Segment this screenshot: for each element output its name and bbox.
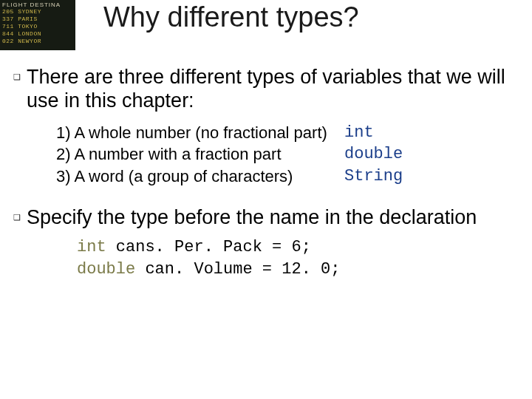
- sub-row: 2) A number with a fraction part double: [56, 143, 519, 166]
- decor-row: 337 PARIS: [0, 16, 75, 23]
- sub-row: 3) A word (a group of characters) String: [56, 166, 519, 188]
- code-rest: can. Volume = 12. 0;: [135, 260, 340, 279]
- decor-row: 844 LONDON: [0, 30, 75, 38]
- slide-content: ❑ There are three different types of var…: [13, 65, 519, 288]
- sub-desc: 1) A whole number (no fractional part): [56, 122, 344, 144]
- slide-title: Why different types?: [103, 1, 359, 33]
- decor-heading: FLIGHT DESTINA: [0, 0, 75, 8]
- bullet-text-2: Specify the type before the name in the …: [27, 205, 477, 229]
- sub-row: 1) A whole number (no fractional part) i…: [56, 122, 519, 144]
- code-line: int cans. Per. Pack = 6;: [77, 236, 519, 259]
- bullet-icon: ❑: [13, 213, 21, 222]
- code-block: int cans. Per. Pack = 6; double can. Vol…: [77, 236, 519, 280]
- decor-row: 022 NEWYOR: [0, 38, 75, 45]
- bullet-block-2: ❑ Specify the type before the name in th…: [13, 205, 519, 281]
- bullet-text-1: There are three different types of varia…: [27, 65, 519, 113]
- sub-desc: 2) A number with a fraction part: [56, 143, 344, 166]
- bullet-line: ❑ Specify the type before the name in th…: [13, 205, 519, 229]
- code-keyword: int: [77, 238, 106, 256]
- slide: FLIGHT DESTINA 205 SYDNEY 337 PARIS 711 …: [0, 0, 532, 399]
- code-keyword: double: [77, 260, 135, 279]
- code-line: double can. Volume = 12. 0;: [77, 259, 519, 281]
- title-underline: [75, 38, 529, 49]
- sub-list: 1) A whole number (no fractional part) i…: [56, 122, 519, 188]
- sub-type: double: [344, 143, 403, 166]
- bullet-line: ❑ There are three different types of var…: [13, 65, 519, 113]
- decor-row: 711 TOKYO: [0, 23, 75, 30]
- sub-type: String: [344, 166, 403, 188]
- decor-row: 205 SYDNEY: [0, 8, 75, 16]
- sub-type: int: [344, 122, 374, 144]
- bullet-block-1: ❑ There are three different types of var…: [13, 65, 519, 188]
- code-rest: cans. Per. Pack = 6;: [106, 238, 311, 256]
- header-decor-image: FLIGHT DESTINA 205 SYDNEY 337 PARIS 711 …: [0, 0, 75, 50]
- bullet-icon: ❑: [13, 72, 21, 82]
- sub-desc: 3) A word (a group of characters): [56, 166, 344, 188]
